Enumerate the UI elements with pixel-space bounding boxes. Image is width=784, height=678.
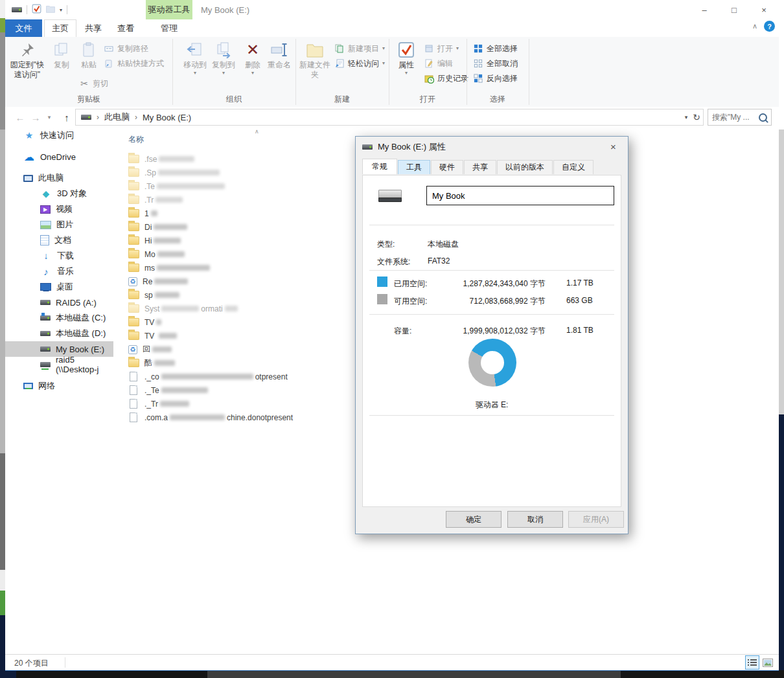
delete-button[interactable]: ✕ 删除 ▾ xyxy=(241,41,264,75)
sidebar-item[interactable]: 文档 xyxy=(5,232,113,248)
drive-tools-context-tab[interactable]: 驱动器工具 xyxy=(146,0,192,19)
edit-button[interactable]: 编辑 xyxy=(424,57,453,70)
sidebar-item-icon xyxy=(23,152,35,162)
help-icon[interactable]: ? xyxy=(764,21,775,32)
sidebar-item[interactable]: 图片 xyxy=(5,217,113,232)
sidebar-item[interactable]: raid5 (\\Desktop-j xyxy=(5,357,113,372)
qat-properties-icon[interactable] xyxy=(32,4,41,16)
close-button[interactable]: × xyxy=(749,0,779,19)
dialog-tab[interactable]: 以前的版本 xyxy=(497,160,553,174)
tab-manage[interactable]: 管理 xyxy=(146,19,192,37)
used-space-readable: 1.17 TB xyxy=(566,278,594,288)
sidebar-item[interactable]: 下载 xyxy=(5,248,113,264)
title-bar: ▾ 驱动器工具 My Book (E:) – □ × xyxy=(5,0,779,19)
sidebar-item-label: 文档 xyxy=(54,234,71,246)
pin-to-quick-access-button[interactable]: 固定到"快速访问" xyxy=(8,41,47,80)
cancel-button[interactable]: 取消 xyxy=(507,511,563,528)
sidebar-item[interactable]: 网络 xyxy=(5,378,113,394)
breadcrumb[interactable]: › 此电脑 › My Book (E:) ▾ ↻ xyxy=(75,109,704,126)
file-item-icon xyxy=(128,196,139,204)
tab-home[interactable]: 主页 xyxy=(44,19,76,37)
file-name-fragment: .com.a xyxy=(144,413,168,422)
forward-icon[interactable]: → xyxy=(29,107,43,128)
minimize-button[interactable]: – xyxy=(689,0,719,19)
sidebar-item[interactable]: RAID5 (A:) xyxy=(5,295,113,310)
ok-button[interactable]: 确定 xyxy=(446,511,502,528)
easy-access-button[interactable]: 轻松访问 ▾ xyxy=(334,57,385,70)
copy-path-icon xyxy=(104,43,114,54)
new-folder-button[interactable]: 新建文件夹 xyxy=(299,41,330,80)
search-icon[interactable] xyxy=(759,113,767,122)
qat-customize-dropdown-icon[interactable]: ▾ xyxy=(60,7,62,13)
divider xyxy=(65,657,65,668)
paste-button[interactable]: 粘贴 xyxy=(76,41,101,70)
recent-locations-dropdown-icon[interactable]: ▾ xyxy=(43,107,56,128)
refresh-icon[interactable]: ↻ xyxy=(693,112,700,122)
address-dropdown-icon[interactable]: ▾ xyxy=(685,114,688,120)
select-none-button[interactable]: 全部取消 xyxy=(473,57,518,70)
maximize-button[interactable]: □ xyxy=(719,0,749,19)
sidebar-item[interactable]: 此电脑 xyxy=(5,170,113,186)
blurred-name-segment xyxy=(225,306,238,311)
breadcrumb-separator: › xyxy=(135,113,137,122)
dialog-tab-label: 工具 xyxy=(406,162,422,173)
sort-ascending-icon[interactable]: ∧ xyxy=(255,128,259,135)
details-view-button[interactable] xyxy=(745,655,759,670)
move-to-button[interactable]: 移动到 ▾ xyxy=(181,41,209,75)
large-icons-view-button[interactable] xyxy=(761,655,775,670)
file-name-fragment: 酷 xyxy=(144,357,152,368)
paste-shortcut-button[interactable]: 粘贴快捷方式 xyxy=(104,57,164,70)
search-box[interactable] xyxy=(708,109,772,126)
rename-button[interactable]: 重命名 xyxy=(266,41,293,70)
dialog-tab[interactable]: 工具 xyxy=(398,160,430,174)
file-name-fragment: Re xyxy=(143,277,152,286)
dialog-tab[interactable]: 硬件 xyxy=(431,160,463,174)
copy-button[interactable]: 复制 xyxy=(49,41,74,70)
qat-newfolder-icon[interactable] xyxy=(46,4,55,16)
open-button[interactable]: 打开 ▾ xyxy=(424,42,459,55)
copy-icon xyxy=(52,41,71,59)
sidebar-item[interactable]: 桌面 xyxy=(5,279,113,295)
sidebar-item-label: 3D 对象 xyxy=(57,188,87,199)
breadcrumb-this-pc[interactable]: 此电脑 xyxy=(104,111,130,123)
copy-path-button[interactable]: 复制路径 xyxy=(104,42,148,55)
tab-file[interactable]: 文件 xyxy=(5,19,42,37)
select-all-button[interactable]: 全部选择 xyxy=(473,42,518,55)
properties-button[interactable]: 属性 ▾ xyxy=(394,41,419,75)
dialog-tab[interactable]: 常规 xyxy=(362,159,397,174)
sidebar-item-icon xyxy=(40,331,51,336)
quick-access-toolbar: ▾ xyxy=(12,0,67,19)
sidebar-item[interactable]: 音乐 xyxy=(5,264,113,279)
up-icon[interactable]: ↑ xyxy=(58,107,75,128)
dialog-tab[interactable]: 共享 xyxy=(464,160,496,174)
volume-label-input[interactable] xyxy=(426,186,614,205)
column-header-name[interactable]: 名称 xyxy=(128,134,144,145)
file-name-fragment: Di xyxy=(144,223,152,232)
sidebar-item[interactable]: OneDrive xyxy=(5,149,113,164)
dialog-close-icon[interactable]: × xyxy=(599,137,628,156)
file-name-fragment: ormati xyxy=(201,304,222,313)
sidebar-item[interactable]: 本地磁盘 (C:) xyxy=(5,310,113,326)
group-new: 新建文件夹 新建项目 ▾ 轻松访问 ▾ 新建 xyxy=(295,37,389,107)
invert-selection-button[interactable]: 反向选择 xyxy=(473,72,518,85)
breadcrumb-controls: ▾ ↻ xyxy=(685,109,700,125)
cut-button[interactable]: ✂ 剪切 xyxy=(79,77,108,90)
sidebar-item[interactable]: 3D 对象 xyxy=(5,186,113,201)
history-button[interactable]: 历史记录 xyxy=(424,72,468,85)
copy-to-button[interactable]: 复制到 ▾ xyxy=(210,41,237,75)
search-input[interactable] xyxy=(708,113,759,122)
breadcrumb-current[interactable]: My Book (E:) xyxy=(143,113,191,122)
sidebar-item[interactable]: 快速访问 xyxy=(5,128,113,143)
file-item-icon xyxy=(130,385,137,395)
new-item-button[interactable]: 新建项目 ▾ xyxy=(334,42,385,55)
dialog-tab[interactable]: 自定义 xyxy=(553,160,594,174)
sidebar-item[interactable]: 本地磁盘 (D:) xyxy=(5,326,113,341)
sidebar-item[interactable]: 视频 xyxy=(5,201,113,217)
tab-share[interactable]: 共享 xyxy=(78,19,109,37)
collapse-ribbon-icon[interactable]: ∧ xyxy=(752,22,757,30)
apply-button[interactable]: 应用(A) xyxy=(568,511,624,528)
move-to-icon xyxy=(185,41,205,59)
capacity-label: 容量: xyxy=(394,326,411,337)
tab-view[interactable]: 查看 xyxy=(110,19,141,37)
back-icon[interactable]: ← xyxy=(12,107,29,128)
